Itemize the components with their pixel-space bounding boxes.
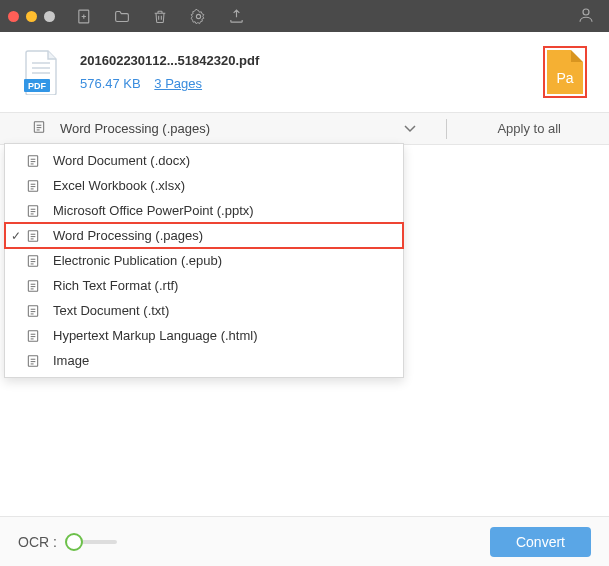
format-menu-item[interactable]: Microsoft Office PowerPoint (.pptx): [5, 198, 403, 223]
svg-rect-8: [34, 122, 43, 133]
menu-item-label: Word Processing (.pages): [53, 228, 203, 243]
document-icon: [25, 178, 41, 194]
format-menu-item[interactable]: Image: [5, 348, 403, 373]
menu-item-label: Microsoft Office PowerPoint (.pptx): [53, 203, 254, 218]
svg-point-1: [196, 14, 200, 18]
close-window-button[interactable]: [8, 11, 19, 22]
menu-item-label: Excel Workbook (.xlsx): [53, 178, 185, 193]
divider: [446, 119, 447, 139]
format-menu-item[interactable]: Rich Text Format (.rtf): [5, 273, 403, 298]
format-menu-item[interactable]: Text Document (.txt): [5, 298, 403, 323]
folder-icon[interactable]: [113, 7, 131, 25]
format-badge-text: Pa: [556, 70, 573, 86]
svg-rect-12: [28, 155, 37, 166]
add-file-icon[interactable]: [75, 7, 93, 25]
ocr-toggle[interactable]: [65, 533, 121, 551]
file-info: 201602230112...51842320.pdf 576.47 KB 3 …: [80, 53, 543, 91]
document-icon: [25, 278, 41, 294]
document-icon: [25, 228, 41, 244]
document-icon: [25, 353, 41, 369]
format-menu-item[interactable]: Excel Workbook (.xlsx): [5, 173, 403, 198]
svg-rect-32: [28, 280, 37, 291]
svg-rect-36: [28, 305, 37, 316]
document-icon: [25, 303, 41, 319]
document-icon: [25, 253, 41, 269]
menu-item-label: Word Document (.docx): [53, 153, 190, 168]
file-header: PDF 201602230112...51842320.pdf 576.47 K…: [0, 32, 609, 113]
menu-item-label: Hypertext Markup Language (.html): [53, 328, 257, 343]
svg-point-2: [583, 9, 589, 15]
svg-rect-16: [28, 180, 37, 191]
apply-to-all-button[interactable]: Apply to all: [497, 121, 561, 136]
svg-rect-40: [28, 330, 37, 341]
format-menu-item[interactable]: Electronic Publication (.epub): [5, 248, 403, 273]
export-icon[interactable]: [227, 7, 245, 25]
titlebar: [0, 0, 609, 32]
menu-item-label: Text Document (.txt): [53, 303, 169, 318]
file-size: 576.47 KB: [80, 76, 141, 91]
document-icon: [25, 203, 41, 219]
format-menu-item[interactable]: ✓Word Processing (.pages): [5, 223, 403, 248]
format-selector-row: Word Processing (.pages) Apply to all: [0, 113, 609, 145]
svg-text:PDF: PDF: [28, 81, 47, 91]
format-menu-item[interactable]: Word Document (.docx): [5, 148, 403, 173]
bottom-bar: OCR : Convert: [0, 516, 609, 566]
output-format-badge[interactable]: Pa: [543, 46, 587, 98]
user-account-icon[interactable]: [577, 6, 595, 27]
menu-item-label: Rich Text Format (.rtf): [53, 278, 178, 293]
file-name: 201602230112...51842320.pdf: [80, 53, 543, 68]
toolbar: [75, 7, 245, 25]
trash-icon[interactable]: [151, 7, 169, 25]
document-icon: [32, 119, 46, 138]
format-dropdown-menu: Word Document (.docx)Excel Workbook (.xl…: [4, 143, 404, 378]
svg-rect-44: [28, 355, 37, 366]
chevron-down-icon[interactable]: [404, 121, 416, 136]
window-controls: [8, 11, 55, 22]
checkmark-icon: ✓: [11, 229, 25, 243]
settings-icon[interactable]: [189, 7, 207, 25]
minimize-window-button[interactable]: [26, 11, 37, 22]
format-select[interactable]: Word Processing (.pages): [60, 121, 210, 136]
menu-item-label: Image: [53, 353, 89, 368]
svg-rect-24: [28, 230, 37, 241]
file-pages-link[interactable]: 3 Pages: [154, 76, 202, 91]
pdf-file-icon: PDF: [22, 49, 62, 95]
document-icon: [25, 153, 41, 169]
convert-button[interactable]: Convert: [490, 527, 591, 557]
document-icon: [25, 328, 41, 344]
menu-item-label: Electronic Publication (.epub): [53, 253, 222, 268]
svg-rect-20: [28, 205, 37, 216]
ocr-label: OCR :: [18, 534, 57, 550]
svg-rect-28: [28, 255, 37, 266]
maximize-window-button[interactable]: [44, 11, 55, 22]
format-menu-item[interactable]: Hypertext Markup Language (.html): [5, 323, 403, 348]
